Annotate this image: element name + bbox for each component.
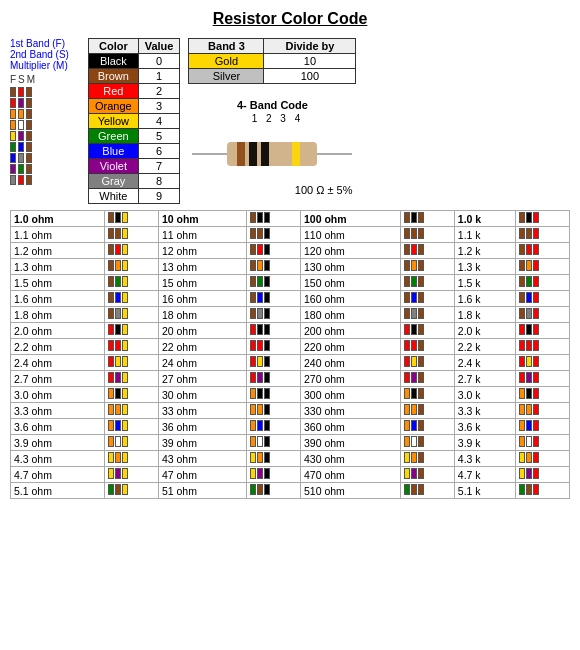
color-table-row: Brown 1 [89, 69, 180, 84]
resistor-svg [192, 124, 352, 184]
val2-cell: 30 ohm [158, 387, 246, 403]
table-row: 1.0 ohm 10 ohm 100 ohm 1.0 k [11, 211, 570, 227]
bands1-cell [104, 387, 158, 403]
bands2-cell [246, 403, 300, 419]
val3-cell: 130 ohm [301, 259, 401, 275]
legend-swatches [10, 87, 80, 185]
val3-cell: 100 ohm [301, 211, 401, 227]
bands2-cell [246, 371, 300, 387]
val2-cell: 39 ohm [158, 435, 246, 451]
color-name-cell: Yellow [89, 114, 139, 129]
bands2-cell [246, 323, 300, 339]
bands2-cell [246, 275, 300, 291]
band3-name-cell: Gold [189, 54, 264, 69]
bands4-cell [515, 355, 569, 371]
bands3-cell [400, 435, 454, 451]
val2-cell: 36 ohm [158, 419, 246, 435]
bands2-cell [246, 467, 300, 483]
color-name-cell: Orange [89, 99, 139, 114]
bands1-cell [104, 275, 158, 291]
diagram-label: 100 Ω ± 5% [192, 184, 352, 196]
bands3-cell [400, 211, 454, 227]
val1-cell: 2.4 ohm [11, 355, 105, 371]
bands4-cell [515, 323, 569, 339]
color-value-table: Color Value Black 0 Brown 1 Red 2 Orange… [88, 38, 180, 204]
divideby-header: Divide by [264, 39, 356, 54]
color-table-row: Orange 3 [89, 99, 180, 114]
val1-cell: 4.3 ohm [11, 451, 105, 467]
table-row: 5.1 ohm 51 ohm 510 ohm 5.1 k [11, 483, 570, 499]
color-name-cell: Blue [89, 144, 139, 159]
color-value-cell: 4 [138, 114, 180, 129]
bands4-cell [515, 451, 569, 467]
val2-cell: 20 ohm [158, 323, 246, 339]
bands2-cell [246, 339, 300, 355]
val4-cell: 2.0 k [454, 323, 515, 339]
val3-cell: 470 ohm [301, 467, 401, 483]
bands2-cell [246, 435, 300, 451]
val1-cell: 1.3 ohm [11, 259, 105, 275]
fsm-header: FSM [10, 74, 80, 85]
table-row: 3.6 ohm 36 ohm 360 ohm 3.6 k [11, 419, 570, 435]
val3-cell: 510 ohm [301, 483, 401, 499]
bands2-cell [246, 451, 300, 467]
table-row: 2.0 ohm 20 ohm 200 ohm 2.0 k [11, 323, 570, 339]
val4-cell: 1.3 k [454, 259, 515, 275]
color-value-cell: 8 [138, 174, 180, 189]
color-name-cell: Green [89, 129, 139, 144]
val3-cell: 110 ohm [301, 227, 401, 243]
val4-cell: 2.2 k [454, 339, 515, 355]
color-table-row: Red 2 [89, 84, 180, 99]
color-value-cell: 5 [138, 129, 180, 144]
page-title: Resistor Color Code [10, 10, 570, 28]
bands4-cell [515, 275, 569, 291]
val3-cell: 360 ohm [301, 419, 401, 435]
bands2-cell [246, 387, 300, 403]
bands2-cell [246, 307, 300, 323]
val1-cell: 1.0 ohm [11, 211, 105, 227]
table-row: 3.9 ohm 39 ohm 390 ohm 3.9 k [11, 435, 570, 451]
bands1-cell [104, 355, 158, 371]
val1-cell: 2.7 ohm [11, 371, 105, 387]
bands1-cell [104, 259, 158, 275]
color-table-row: Gray 8 [89, 174, 180, 189]
bands3-cell [400, 307, 454, 323]
val4-cell: 2.4 k [454, 355, 515, 371]
bands1-cell [104, 291, 158, 307]
color-name-cell: Red [89, 84, 139, 99]
bands3-cell [400, 355, 454, 371]
band-numbers: 1 2 3 4 [252, 113, 304, 124]
val3-cell: 180 ohm [301, 307, 401, 323]
bands4-cell [515, 419, 569, 435]
val4-cell: 4.7 k [454, 467, 515, 483]
bands3-cell [400, 227, 454, 243]
bands3-cell [400, 275, 454, 291]
bands1-cell [104, 323, 158, 339]
table-row: 3.3 ohm 33 ohm 330 ohm 3.3 k [11, 403, 570, 419]
bands3-cell [400, 323, 454, 339]
val3-cell: 150 ohm [301, 275, 401, 291]
val2-cell: 27 ohm [158, 371, 246, 387]
bands2-cell [246, 291, 300, 307]
val3-cell: 330 ohm [301, 403, 401, 419]
bands3-cell [400, 467, 454, 483]
color-header: Color [89, 39, 139, 54]
color-value-cell: 7 [138, 159, 180, 174]
val4-cell: 1.1 k [454, 227, 515, 243]
bands4-cell [515, 339, 569, 355]
color-table-row: Yellow 4 [89, 114, 180, 129]
val1-cell: 1.5 ohm [11, 275, 105, 291]
bands4-cell [515, 483, 569, 499]
svg-rect-3 [237, 142, 245, 166]
table-row: 1.3 ohm 13 ohm 130 ohm 1.3 k [11, 259, 570, 275]
bands2-cell [246, 259, 300, 275]
band3-divideby-cell: 10 [264, 54, 356, 69]
val2-cell: 24 ohm [158, 355, 246, 371]
val1-cell: 2.2 ohm [11, 339, 105, 355]
val4-cell: 1.8 k [454, 307, 515, 323]
bands1-cell [104, 211, 158, 227]
val1-cell: 1.2 ohm [11, 243, 105, 259]
bands2-cell [246, 227, 300, 243]
color-value-cell: 6 [138, 144, 180, 159]
bands1-cell [104, 451, 158, 467]
